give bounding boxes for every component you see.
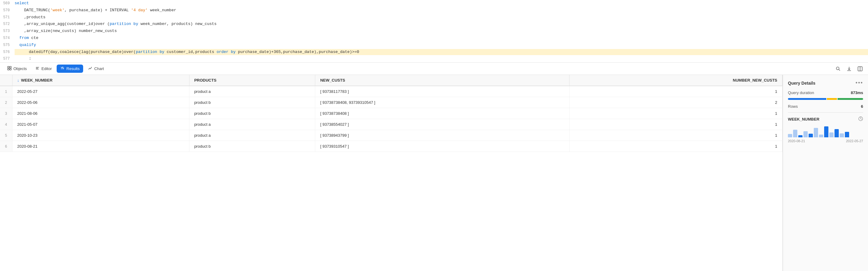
line-number: 571	[0, 14, 14, 21]
column-header-number_new_custs[interactable]: NUMBER_NEW_CUSTS	[569, 75, 782, 86]
column-name: WEEK_NUMBER	[788, 117, 819, 121]
panel-header: Query Details •••	[788, 80, 863, 86]
duration-segment-green	[838, 98, 863, 100]
svg-line-11	[839, 69, 840, 71]
download-button[interactable]	[845, 65, 854, 72]
mini-bar	[788, 134, 792, 137]
table-area[interactable]: ↓WEEK_NUMBERPRODUCTSNEW_CUSTSNUMBER_NEW_…	[0, 75, 783, 271]
mini-bar	[819, 134, 823, 137]
sort-icon: ↓	[18, 78, 20, 83]
panel-divider	[788, 112, 863, 113]
mini-chart-labels: 2020-08-21 2022-05-27	[788, 139, 863, 143]
line-content: ,products	[14, 14, 868, 21]
editor-icon	[35, 66, 40, 71]
svg-rect-0	[8, 66, 9, 68]
table-row: 32021-08-06product b[ 93738738408 ]1	[0, 108, 782, 119]
chart-tab[interactable]: Chart	[84, 65, 107, 73]
cell-number_new_custs: 1	[569, 141, 782, 152]
table-row: 62020-08-21product b[ 93739310547 ]1	[0, 141, 782, 152]
table-row: 12022-05-27product a[ 93738117783 ]1	[0, 86, 782, 97]
column-label: NUMBER_NEW_CUSTS	[733, 78, 777, 83]
rows-row: Rows 6	[788, 104, 863, 109]
rows-label: Rows	[788, 104, 798, 109]
column-header-week_number[interactable]: ↓WEEK_NUMBER	[12, 75, 189, 86]
cell-products: product a	[189, 130, 315, 141]
code-line: 575 qualify	[0, 42, 868, 49]
cell-products: product b	[189, 97, 315, 108]
cell-new_custs: [ 93738117783 ]	[315, 86, 569, 97]
cell-week_number: 2022-05-06	[12, 97, 189, 108]
mini-bar	[845, 132, 849, 137]
panel-more-button[interactable]: •••	[856, 80, 863, 86]
line-content: ,array_size(new_custs) number_new_custs	[14, 28, 868, 34]
cell-week_number: 2021-05-07	[12, 119, 189, 130]
row-number-header	[0, 75, 12, 86]
cell-number_new_custs: 2	[569, 97, 782, 108]
code-line: 569select	[0, 0, 868, 7]
main-content: ↓WEEK_NUMBERPRODUCTSNEW_CUSTSNUMBER_NEW_…	[0, 75, 868, 271]
mini-bar	[814, 128, 818, 138]
cell-number_new_custs: 1	[569, 108, 782, 119]
code-line: 576 datediff(day,coalesce(lag(purchase_d…	[0, 49, 868, 56]
line-number: 577	[0, 56, 14, 62]
cell-week_number: 2022-05-27	[12, 86, 189, 97]
line-number: 574	[0, 35, 14, 41]
cell-products: product a	[189, 119, 315, 130]
column-header-products[interactable]: PRODUCTS	[189, 75, 315, 86]
objects-icon	[7, 66, 11, 71]
line-content: datediff(day,coalesce(lag(purchase_date)…	[14, 49, 868, 55]
mini-bar	[824, 126, 828, 137]
line-number: 575	[0, 42, 14, 48]
query-panel: Query Details ••• Query duration 873ms R…	[783, 75, 868, 271]
row-number: 1	[0, 86, 12, 97]
mini-bar	[829, 132, 834, 137]
chart-label: Chart	[94, 66, 104, 71]
duration-segment-blue	[788, 98, 826, 100]
clock-icon	[858, 116, 863, 122]
svg-point-10	[836, 67, 839, 70]
duration-bar	[788, 98, 863, 100]
chart-icon	[88, 66, 92, 71]
code-line: 570 DATE_TRUNC('week', purchase_date) + …	[0, 7, 868, 14]
code-line: 572 ,array_unique_agg(customer_id)over (…	[0, 21, 868, 28]
column-label: NEW_CUSTS	[320, 78, 345, 83]
split-view-button[interactable]	[856, 65, 864, 72]
toolbar-right	[834, 65, 864, 72]
cell-products: product b	[189, 141, 315, 152]
line-content: ,array_unique_agg(customer_id)over (part…	[14, 21, 868, 27]
results-table: ↓WEEK_NUMBERPRODUCTSNEW_CUSTSNUMBER_NEW_…	[0, 75, 782, 152]
mini-bar	[798, 135, 803, 137]
cell-number_new_custs: 1	[569, 130, 782, 141]
editor-label: Editor	[41, 66, 52, 71]
cell-number_new_custs: 1	[569, 86, 782, 97]
code-line: 577 :	[0, 55, 868, 62]
results-tab[interactable]: Results	[57, 65, 83, 73]
svg-rect-3	[10, 68, 11, 70]
results-label: Results	[66, 66, 80, 71]
table-row: 42021-05-07product a[ 93738554027 ]1	[0, 119, 782, 130]
cell-week_number: 2021-08-06	[12, 108, 189, 119]
line-content: from cte	[14, 35, 868, 41]
results-icon	[60, 66, 65, 71]
cell-new_custs: [ 93739310547 ]	[315, 141, 569, 152]
mini-bar	[809, 134, 813, 138]
line-content: :	[14, 56, 868, 62]
search-button[interactable]	[834, 65, 842, 72]
cell-new_custs: [ 93738738408 ]	[315, 108, 569, 119]
line-content: qualify	[14, 42, 868, 49]
column-label: WEEK_NUMBER	[21, 78, 52, 83]
column-label: PRODUCTS	[194, 78, 217, 83]
cell-new_custs: [ 93738554027 ]	[315, 119, 569, 130]
cell-products: product b	[189, 108, 315, 119]
line-content: DATE_TRUNC('week', purchase_date) + INTE…	[14, 7, 868, 14]
mini-chart	[788, 125, 863, 137]
objects-tab[interactable]: Objects	[4, 65, 30, 73]
column-header-new_custs[interactable]: NEW_CUSTS	[315, 75, 569, 86]
svg-rect-2	[8, 68, 9, 70]
cell-new_custs: [ 93738943799 ]	[315, 130, 569, 141]
row-number: 6	[0, 141, 12, 152]
mini-bar	[793, 130, 797, 137]
duration-row: Query duration 873ms	[788, 90, 863, 95]
row-number: 3	[0, 108, 12, 119]
editor-tab[interactable]: Editor	[32, 65, 56, 73]
